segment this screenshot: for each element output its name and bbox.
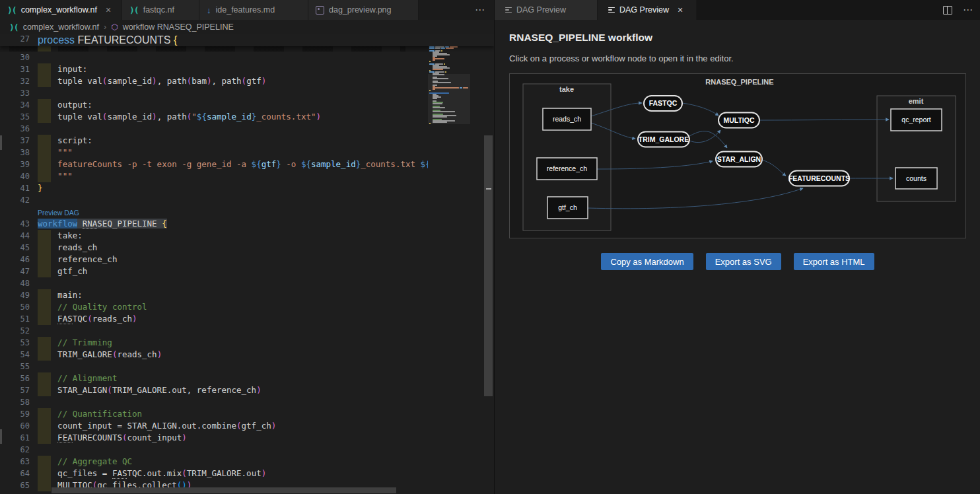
code-row[interactable]: 61 FEATURECOUNTS(count_input) <box>0 432 494 444</box>
line-number[interactable]: 30 <box>0 52 30 63</box>
code-row[interactable]: 40 """ <box>0 170 494 182</box>
code-row[interactable]: 34 output: <box>0 99 494 111</box>
line-number[interactable]: 41 <box>0 182 30 194</box>
code-row[interactable]: 32 tuple val(sample_id), path(bam), path… <box>0 75 494 87</box>
line-number[interactable]: 37 <box>0 135 30 147</box>
tab-ide-features[interactable]: ↓ ide_features.md <box>199 0 308 20</box>
line-number[interactable]: 58 <box>0 396 30 408</box>
editor-more-actions-icon[interactable]: ⋯ <box>475 0 485 20</box>
code-row[interactable]: 43workflow RNASEQ_PIPELINE { <box>0 218 494 230</box>
line-number[interactable]: 33 <box>0 87 30 99</box>
code-row[interactable]: 42 <box>0 194 494 206</box>
close-icon[interactable]: × <box>678 5 683 15</box>
dag-node-reference-ch[interactable]: reference_ch <box>537 158 597 180</box>
code-row[interactable]: 30 <box>0 52 494 63</box>
export-as-svg-button[interactable]: Export as SVG <box>706 253 781 270</box>
line-number[interactable]: 35 <box>0 111 30 123</box>
tab-complex-workflow[interactable]: )( complex_workflow.nf × <box>0 0 122 20</box>
tab-dag-preview-active[interactable]: DAG Preview × <box>598 0 697 20</box>
line-number[interactable]: 34 <box>0 99 30 111</box>
code-row[interactable]: 47 gtf_ch <box>0 265 494 277</box>
tab-dag-preview-inactive[interactable]: DAG Preview <box>495 0 598 20</box>
code-row[interactable]: 51 FASTQC(reads_ch) <box>0 313 494 325</box>
close-icon[interactable]: × <box>106 5 111 15</box>
line-number[interactable]: 49 <box>0 289 30 301</box>
line-number[interactable]: 61 <box>0 432 30 444</box>
line-number[interactable]: 48 <box>0 277 30 289</box>
split-editor-icon[interactable] <box>943 6 952 15</box>
line-number[interactable]: 42 <box>0 194 30 206</box>
line-number[interactable]: 52 <box>0 325 30 337</box>
code-row[interactable]: 54 TRIM_GALORE(reads_ch) <box>0 349 494 361</box>
dag-node-fastqc[interactable]: FASTQC <box>644 96 682 111</box>
dag-node-trim-galore[interactable]: TRIM_GALORE <box>638 132 689 147</box>
line-number[interactable]: 39 <box>0 159 30 170</box>
line-number[interactable]: 47 <box>0 265 30 277</box>
code-editor[interactable]: 27 process FEATURECOUNTS { 3031 input:32… <box>0 34 494 494</box>
code-row[interactable]: 64 qc_files = FASTQC.out.mix(TRIM_GALORE… <box>0 468 494 479</box>
line-number[interactable]: 36 <box>0 123 30 135</box>
line-number[interactable]: 64 <box>0 468 30 479</box>
tab-fastqc[interactable]: )( fastqc.nf <box>122 0 199 20</box>
code-row[interactable]: 62 <box>0 444 494 456</box>
code-row[interactable]: 56 // Alignment <box>0 372 494 384</box>
export-as-html-button[interactable]: Export as HTML <box>794 253 874 270</box>
dag-node-star-align[interactable]: STAR_ALIGN <box>716 152 762 167</box>
line-number[interactable]: 56 <box>0 372 30 384</box>
vertical-scrollbar[interactable] <box>483 34 493 494</box>
code-row[interactable]: 59 // Quantification <box>0 408 494 420</box>
line-number[interactable]: 66 <box>0 491 30 494</box>
code-row[interactable]: 39 featureCounts -p -t exon -g gene_id -… <box>0 159 494 170</box>
copy-as-markdown-button[interactable]: Copy as Markdown <box>601 253 693 270</box>
breadcrumb-file[interactable]: complex_workflow.nf <box>23 22 99 32</box>
dag-node-qc-report[interactable]: qc_report <box>891 109 942 131</box>
line-number[interactable]: 44 <box>0 230 30 242</box>
line-number[interactable]: 43 <box>0 218 30 230</box>
tab-dag-preview-png[interactable]: dag_preview.png <box>308 0 419 20</box>
code-row[interactable]: 55 <box>0 361 494 372</box>
code-row[interactable]: 44 take: <box>0 230 494 242</box>
code-row[interactable]: 57 STAR_ALIGN(TRIM_GALORE.out, reference… <box>0 384 494 396</box>
panel-more-actions-icon[interactable]: ⋯ <box>963 4 973 16</box>
code-row[interactable]: 31 input: <box>0 63 494 75</box>
line-number[interactable]: 46 <box>0 254 30 265</box>
code-row[interactable]: 50 // Quality control <box>0 301 494 313</box>
code-row[interactable]: 36 <box>0 123 494 135</box>
dag-node-reads-ch[interactable]: reads_ch <box>543 108 591 130</box>
codelens-preview-dag-link[interactable]: Preview DAG <box>38 207 79 219</box>
code-row[interactable]: 53 // Trimming <box>0 337 494 349</box>
code-row[interactable]: 60 count_input = STAR_ALIGN.out.combine(… <box>0 420 494 432</box>
minimap[interactable] <box>428 34 470 494</box>
line-number[interactable]: 62 <box>0 444 30 456</box>
dag-node-gtf-ch[interactable]: gtf_ch <box>547 197 588 219</box>
line-number[interactable]: 32 <box>0 75 30 87</box>
code-row[interactable]: 37 script: <box>0 135 494 147</box>
code-row[interactable]: 46 reference_ch <box>0 254 494 265</box>
code-row[interactable]: 35 tuple val(sample_id), path("${sample_… <box>0 111 494 123</box>
code-row[interactable]: 38 """ <box>0 147 494 159</box>
line-number[interactable]: 55 <box>0 361 30 372</box>
vertical-scrollbar-thumb[interactable] <box>484 135 493 396</box>
horizontal-scrollbar-thumb[interactable] <box>52 487 396 493</box>
line-number[interactable]: 60 <box>0 420 30 432</box>
code-row[interactable]: 41} <box>0 182 494 194</box>
line-number[interactable]: 63 <box>0 456 30 468</box>
code-row[interactable]: 45 reads_ch <box>0 242 494 254</box>
code-row[interactable]: 58 <box>0 396 494 408</box>
dag-node-counts[interactable]: counts <box>895 168 937 189</box>
line-number[interactable]: 54 <box>0 349 30 361</box>
code-row[interactable]: 63 // Aggregate QC <box>0 456 494 468</box>
line-number[interactable]: 45 <box>0 242 30 254</box>
line-number[interactable]: 59 <box>0 408 30 420</box>
breadcrumb-symbol[interactable]: workflow RNASEQ_PIPELINE <box>123 22 234 32</box>
line-number[interactable]: 38 <box>0 147 30 159</box>
dag-node-multiqc[interactable]: MULTIQC <box>718 113 759 128</box>
line-number[interactable]: 53 <box>0 337 30 349</box>
dag-node-featurecounts[interactable]: FEATURECOUNTS <box>788 171 850 186</box>
minimap-slider[interactable] <box>428 74 470 124</box>
sticky-scroll-line[interactable]: 27 process FEATURECOUNTS { <box>0 34 494 46</box>
line-number[interactable]: 57 <box>0 384 30 396</box>
line-number[interactable]: 40 <box>0 170 30 182</box>
code-row[interactable]: 48 <box>0 277 494 289</box>
line-number[interactable]: 50 <box>0 301 30 313</box>
